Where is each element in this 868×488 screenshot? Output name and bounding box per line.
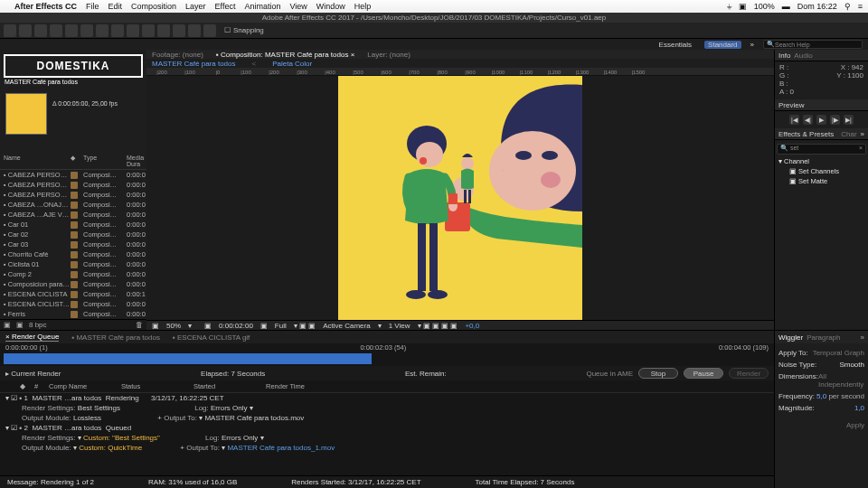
rect-tool-icon[interactable] xyxy=(96,24,108,37)
svg-point-3 xyxy=(542,151,558,160)
camera-tool-icon[interactable] xyxy=(65,24,78,37)
viewer[interactable] xyxy=(146,76,774,320)
res-dropdown[interactable]: Full xyxy=(275,322,287,330)
bpc-toggle[interactable]: 8 bpc xyxy=(29,321,47,329)
col-type[interactable]: Type xyxy=(83,155,127,167)
col-media[interactable]: Media Dura xyxy=(127,155,146,167)
new-comp-icon[interactable]: ▣ xyxy=(16,321,24,329)
crumb-paleta[interactable]: Paleta Color xyxy=(272,60,312,68)
first-frame-icon[interactable]: |◀ xyxy=(789,115,799,125)
right-panels: InfoAudio R :X : 942 G :Y : 1100 B : A :… xyxy=(774,50,868,330)
tab-paragraph[interactable]: Paragraph xyxy=(807,333,840,342)
search-help-input[interactable]: 🔍 Search Help xyxy=(763,40,863,49)
menu-edit[interactable]: Edit xyxy=(108,2,123,11)
project-list[interactable]: Name ◆ Type Media Dura ▪ CABEZA PERSONAJ… xyxy=(0,153,146,319)
rotate-tool-icon[interactable] xyxy=(50,24,62,37)
next-frame-icon[interactable]: |▶ xyxy=(830,115,840,125)
tab-render-queue[interactable]: × Render Queue xyxy=(5,333,59,342)
zoom-tool-icon[interactable] xyxy=(34,24,47,37)
folder-icon[interactable]: ▣ xyxy=(4,321,11,329)
type-tool-icon[interactable] xyxy=(127,24,139,37)
menu-icon[interactable]: ≡ xyxy=(858,2,863,11)
brush-tool-icon[interactable] xyxy=(142,24,155,37)
wifi-icon[interactable]: ⏚ xyxy=(727,2,731,11)
snapping-label[interactable]: Snapping xyxy=(233,26,264,34)
camera-dropdown[interactable]: Active Camera xyxy=(323,322,370,330)
svg-rect-11 xyxy=(429,223,438,291)
project-item[interactable]: ▪ CABEZA …ONAJE V01BComposi…0:00:0 xyxy=(0,200,146,210)
pen-tool-icon[interactable] xyxy=(111,24,124,37)
tab-layer[interactable]: Layer: (none) xyxy=(367,51,410,59)
tab-effects-presets[interactable]: Effects & Presets xyxy=(778,130,834,138)
puppet-tool-icon[interactable] xyxy=(203,24,216,37)
pan-behind-tool-icon[interactable] xyxy=(80,24,93,37)
menu-help[interactable]: Help xyxy=(354,2,372,11)
project-item[interactable]: ▪ ESCENA CICLISTA gifComposi…0:00:0 xyxy=(0,299,146,309)
project-item[interactable]: ▪ ESCENA CICLISTAComposi…0:00:1 xyxy=(0,289,146,299)
project-item[interactable]: ▪ Comp 2Composi…0:00:0 xyxy=(0,269,146,279)
project-item[interactable]: ▪ Composicion para LoopComposi…0:00:0 xyxy=(0,279,146,289)
menu-window[interactable]: Window xyxy=(316,2,345,11)
tab-timeline-master[interactable]: ▪ MASTER Café para todos xyxy=(71,333,160,342)
render-item-2[interactable]: ▾ ☑ ▪ 2 MASTER …ara todos Queued xyxy=(0,423,774,433)
comp-thumbnail[interactable] xyxy=(5,93,47,135)
menu-file[interactable]: File xyxy=(86,2,99,11)
last-frame-icon[interactable]: ▶| xyxy=(844,115,854,125)
spotlight-icon[interactable]: ⚲ xyxy=(844,2,851,11)
effect-set-matte[interactable]: ▣ Set Matte xyxy=(777,176,866,186)
tab-composition[interactable]: ▪ Composition: MASTER Café para todos × xyxy=(216,51,354,59)
project-item[interactable]: ▪ Car 02Composi…0:00:0 xyxy=(0,230,146,239)
project-item[interactable]: ▪ Car 03Composi…0:00:0 xyxy=(0,239,146,249)
project-item[interactable]: ▪ CABEZA PERSONAJE BiciComposi…0:00:0 xyxy=(0,170,146,180)
clone-tool-icon[interactable] xyxy=(157,24,170,37)
ws-essentials[interactable]: Essentials xyxy=(656,41,695,49)
menu-composition[interactable]: Composition xyxy=(131,2,176,11)
effect-set-channels[interactable]: ▣ Set Channels xyxy=(777,166,866,176)
tab-timeline-ciclista[interactable]: ▪ ESCENA CICLISTA gif xyxy=(173,333,250,342)
effects-group-channel[interactable]: ▾ Channel xyxy=(777,156,866,166)
play-icon[interactable]: ▶ xyxy=(816,115,826,125)
menu-view[interactable]: View xyxy=(289,2,307,11)
hand-tool-icon[interactable] xyxy=(19,24,32,37)
tab-audio[interactable]: Audio xyxy=(794,52,812,60)
trash-icon[interactable]: 🗑 xyxy=(136,321,143,329)
prev-frame-icon[interactable]: ◀| xyxy=(803,115,813,125)
render-item-1[interactable]: ▾ ☑ ▪ 1 MASTER …ara todos Rendering 3/12… xyxy=(0,393,774,403)
composition-canvas[interactable] xyxy=(338,76,582,320)
tab-footage[interactable]: Footage: (none) xyxy=(152,51,203,59)
col-label-icon[interactable]: ◆ xyxy=(71,155,83,167)
tab-info[interactable]: Info xyxy=(778,52,790,60)
viewer-ruler: |200|100|0|100|200|300|400|500|600|700|8… xyxy=(146,68,774,76)
project-item[interactable]: ▪ CABEZA PERSONAJE CafeComposi…0:00:0 xyxy=(0,180,146,190)
clock[interactable]: Dom 16:22 xyxy=(797,2,837,11)
effects-search-input[interactable]: 🔍 set× xyxy=(777,144,866,155)
volume-icon[interactable]: ▣ xyxy=(739,2,747,11)
menu-effect[interactable]: Effect xyxy=(215,2,236,11)
wiggler-apply-button: Apply xyxy=(846,421,864,429)
crumb-master[interactable]: MASTER Café para todos xyxy=(152,60,235,68)
stop-button[interactable]: Stop xyxy=(638,368,678,379)
project-item[interactable]: ▪ FerrisComposi…0:00:0 xyxy=(0,309,146,319)
menu-layer[interactable]: Layer xyxy=(185,2,206,11)
project-item[interactable]: ▪ CABEZA …AJE V01B RIGComposi…0:00:0 xyxy=(0,210,146,220)
selection-tool-icon[interactable] xyxy=(4,24,16,37)
ws-standard[interactable]: Standard xyxy=(704,41,741,49)
tab-preview[interactable]: Preview xyxy=(778,101,804,109)
project-item[interactable]: ▪ Chorrito CaféComposi…0:00:0 xyxy=(0,249,146,259)
project-item[interactable]: ▪ Car 01Composi…0:00:0 xyxy=(0,220,146,230)
view-dropdown[interactable]: 1 View xyxy=(389,322,410,330)
pause-button[interactable]: Pause xyxy=(684,368,723,379)
tab-character[interactable]: Char xyxy=(841,130,856,138)
zoom-dropdown[interactable]: 50% xyxy=(166,322,181,330)
menu-animation[interactable]: Animation xyxy=(244,2,280,11)
tab-wiggler[interactable]: Wiggler xyxy=(778,333,803,342)
app-name[interactable]: After Effects CC xyxy=(14,2,77,11)
project-item[interactable]: ▪ CABEZA PERSONAJE V01Composi…0:00:0 xyxy=(0,190,146,200)
roto-tool-icon[interactable] xyxy=(188,24,201,37)
cti-time[interactable]: 0:00:02:00 xyxy=(219,322,253,330)
exposure[interactable]: +0,0 xyxy=(465,322,479,330)
project-item[interactable]: ▪ Ciclista 01Composi…0:00:0 xyxy=(0,259,146,269)
ws-more-icon[interactable]: » xyxy=(750,41,754,49)
eraser-tool-icon[interactable] xyxy=(173,24,185,37)
col-name[interactable]: Name xyxy=(4,155,71,167)
